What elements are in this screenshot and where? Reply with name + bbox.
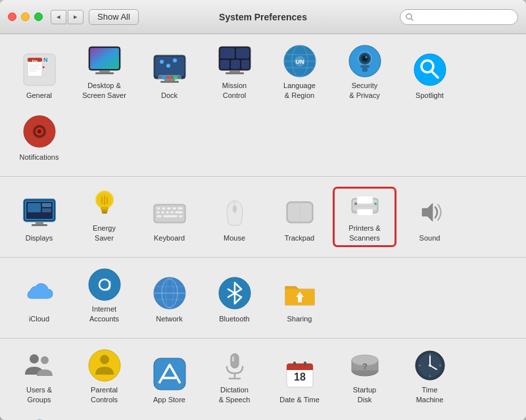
date-time-icon: 18 — [281, 356, 318, 392]
svg-point-102 — [89, 269, 120, 300]
show-all-button[interactable]: Show All — [89, 9, 139, 25]
language-region-label: Language& Region — [283, 81, 316, 100]
svg-point-18 — [160, 60, 164, 64]
mission-control-icon — [216, 44, 253, 78]
svg-point-99 — [374, 202, 377, 205]
general-label: General — [26, 91, 52, 100]
pref-icon-accessibility[interactable]: Accessibility — [8, 411, 70, 420]
maximize-button[interactable] — [34, 12, 43, 21]
pref-icon-energy-saver[interactable]: EnergySaver — [73, 187, 135, 246]
svg-rect-77 — [162, 207, 166, 210]
pref-icon-network[interactable]: Network — [138, 268, 201, 327]
network-label: Network — [156, 314, 182, 323]
energy-saver-icon — [86, 187, 123, 221]
section-system: Users &Groups ParentalControls — [0, 338, 526, 420]
internet-accounts-label: InternetAccounts — [89, 304, 119, 323]
notifications-icon — [21, 113, 58, 150]
svg-rect-14 — [99, 70, 110, 72]
pref-icon-date-time[interactable]: 18 Date & Time — [268, 349, 331, 408]
svg-rect-31 — [231, 60, 240, 69]
section-internet-wireless: iCloud InternetAccounts — [0, 258, 526, 338]
svg-rect-65 — [32, 224, 47, 226]
date-time-label: Date & Time — [279, 395, 320, 404]
svg-rect-70 — [102, 212, 107, 214]
pref-icon-parental-controls[interactable]: ParentalControls — [73, 349, 135, 408]
internet-wireless-icons-grid: iCloud InternetAccounts — [8, 268, 518, 327]
svg-rect-68 — [101, 207, 108, 210]
startup-disk-icon: ? — [347, 348, 383, 383]
pref-icon-trackpad[interactable]: Trackpad — [268, 187, 331, 246]
titlebar: ◂ ▸ Show All System Preferences — [0, 0, 526, 34]
svg-rect-33 — [229, 70, 240, 72]
pref-icon-security-privacy[interactable]: Security& Privacy — [333, 45, 396, 104]
security-privacy-label: Security& Privacy — [349, 81, 379, 100]
window-title: System Preferences — [219, 12, 307, 22]
pref-icon-dictation-speech[interactable]: Dictation& Speech — [203, 349, 266, 408]
accessibility-icon — [21, 417, 58, 420]
pref-icon-startup-disk[interactable]: ? StartupDisk — [333, 349, 396, 408]
printers-scanners-icon — [347, 187, 383, 221]
pref-icon-time-machine[interactable]: TimeMachine — [398, 349, 461, 408]
displays-label: Displays — [26, 233, 53, 243]
pref-icon-printers-scanners[interactable]: Printers &Scanners — [333, 187, 396, 246]
svg-text:N: N — [43, 57, 48, 63]
bluetooth-label: Bluetooth — [219, 314, 249, 323]
network-icon — [151, 275, 188, 312]
svg-rect-87 — [163, 215, 178, 218]
close-button[interactable] — [8, 12, 16, 21]
svg-rect-86 — [156, 215, 162, 218]
trackpad-label: Trackpad — [285, 233, 314, 243]
svg-point-20 — [173, 58, 177, 62]
svg-point-121 — [100, 355, 109, 364]
users-groups-label: Users &Groups — [26, 385, 52, 404]
pref-icon-desktop-screensaver[interactable]: Desktop &Screen Saver — [73, 45, 135, 104]
svg-rect-133 — [304, 362, 306, 365]
search-input[interactable] — [416, 12, 512, 22]
svg-rect-62 — [42, 203, 51, 207]
svg-point-119 — [41, 356, 49, 364]
svg-rect-69 — [101, 210, 108, 212]
trackpad-icon — [281, 194, 318, 231]
pref-icon-sharing[interactable]: Sharing — [268, 268, 331, 327]
pref-icon-internet-accounts[interactable]: InternetAccounts — [73, 268, 135, 327]
sharing-icon — [281, 275, 318, 312]
pref-icon-keyboard[interactable]: Keyboard — [138, 187, 201, 246]
content-area: File N ● General — [0, 34, 526, 420]
pref-icon-notifications[interactable]: Notifications — [8, 106, 70, 166]
pref-icon-sound[interactable]: Sound — [398, 187, 461, 246]
svg-rect-61 — [28, 203, 41, 212]
hardware-icons-grid: Displays — [8, 187, 518, 246]
search-bar[interactable] — [400, 9, 518, 25]
pref-icon-general[interactable]: File N ● General — [8, 45, 70, 104]
svg-rect-122 — [154, 358, 185, 390]
pref-icon-mission-control[interactable]: MissionControl — [203, 45, 266, 104]
pref-icon-users-groups[interactable]: Users &Groups — [8, 349, 70, 408]
language-region-icon: UN — [281, 44, 318, 78]
svg-rect-34 — [226, 72, 244, 74]
svg-line-1 — [412, 18, 414, 20]
pref-icon-bluetooth[interactable]: Bluetooth — [203, 268, 266, 327]
svg-rect-90 — [233, 206, 237, 212]
svg-rect-127 — [232, 356, 234, 362]
keyboard-label: Keyboard — [154, 233, 185, 243]
pref-icon-icloud[interactable]: iCloud — [8, 268, 70, 327]
pref-icon-mouse[interactable]: Mouse — [203, 187, 266, 246]
dock-label: Dock — [161, 91, 178, 100]
sound-label: Sound — [419, 233, 441, 243]
forward-button[interactable]: ▸ — [68, 10, 84, 24]
minimize-button[interactable] — [21, 12, 30, 21]
sound-icon — [412, 194, 448, 231]
traffic-lights — [8, 12, 43, 21]
svg-rect-124 — [231, 354, 239, 368]
pref-icon-spotlight[interactable]: Spotlight — [398, 45, 461, 104]
svg-rect-63 — [42, 208, 51, 212]
pref-icon-dock[interactable]: Dock — [138, 45, 201, 104]
pref-icon-app-store[interactable]: App Store — [138, 349, 201, 408]
pref-icon-displays[interactable]: Displays — [8, 187, 70, 246]
search-icon — [406, 13, 414, 21]
svg-rect-132 — [293, 362, 296, 365]
back-button[interactable]: ◂ — [51, 10, 66, 24]
pref-icon-language-region[interactable]: UN Language& Region — [268, 45, 331, 104]
app-store-icon — [151, 356, 188, 392]
section-personal: File N ● General — [0, 34, 526, 177]
